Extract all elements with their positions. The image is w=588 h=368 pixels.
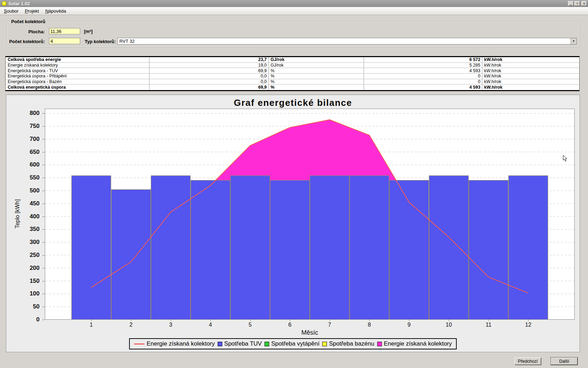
table-cell: kW.h/rok (482, 84, 579, 90)
minimize-button[interactable]: _ (568, 1, 574, 6)
x-tick-mark (171, 320, 171, 321)
y-tick-label: 800 (6, 110, 40, 117)
table-cell: 0,0 (149, 74, 269, 79)
x-axis-title: Měsíc (45, 329, 575, 336)
collector-type-dropdown[interactable]: RVT 32 ▼ (117, 38, 577, 45)
x-tick-label: 8 (362, 322, 377, 328)
y-tick-mark (42, 165, 44, 165)
menu-soubor[interactable]: Soubor (1, 7, 22, 15)
x-tick-label: 9 (401, 322, 417, 328)
area-unit-label: [m²] (84, 29, 93, 34)
table-cell: GJ/rok (269, 57, 364, 62)
table-cell: 23,7 (149, 57, 269, 62)
y-tick-label: 0 (6, 316, 40, 323)
app-sun-icon (2, 1, 7, 6)
table-cell: Energie získaná kolektory (6, 63, 149, 68)
y-tick-label: 650 (6, 149, 40, 156)
table-cell: GJ/rok (269, 63, 364, 68)
window-controls: _❐✕ (568, 1, 587, 6)
x-tick-mark (131, 320, 131, 321)
menu-napoveda[interactable]: Nápověda (42, 7, 69, 15)
y-tick-mark (42, 268, 44, 268)
table-cell: Celková energetická úspora (6, 84, 149, 90)
y-tick-mark (42, 178, 44, 178)
menu-projekt[interactable]: Projekt (22, 7, 42, 15)
table-row: Celková spotřeba energie23,7GJ/rok6 572k… (6, 57, 579, 63)
y-tick-mark (42, 204, 44, 204)
y-tick-mark (42, 126, 44, 127)
collector-type-value: RVT 32 (118, 39, 570, 44)
x-tick-label: 7 (322, 322, 337, 328)
table-cell: kW.h/rok (482, 63, 579, 68)
legend-color-swatch (377, 342, 382, 346)
y-tick-label: 50 (6, 303, 40, 310)
y-tick-label: 250 (6, 252, 40, 259)
table-row: Energetická úspora - TUV69,9%4 593kW.h/r… (6, 68, 579, 74)
table-cell: % (269, 79, 364, 84)
x-tick-label: 4 (203, 322, 218, 328)
y-tick-mark (42, 113, 44, 114)
collector-count-label: Počet kolektorů: (7, 39, 45, 44)
y-tick-label: 150 (6, 278, 40, 285)
app-window: Solar 1.02 _❐✕ SouborProjektNápověda Poč… (0, 0, 588, 368)
legend-item: Spotřeba vytápění (265, 340, 320, 347)
table-cell: kW.h/rok (482, 57, 579, 62)
x-tick-mark (489, 320, 489, 321)
title-bar: Solar 1.02 _❐✕ (0, 0, 588, 7)
x-tick-mark (528, 320, 528, 321)
table-row: Energetická úspora - Přitápění0,0%0kW.h/… (6, 74, 579, 79)
x-tick-mark (330, 320, 330, 321)
x-tick-label: 2 (123, 322, 139, 328)
x-tick-label: 10 (441, 322, 456, 328)
x-tick-label: 11 (481, 322, 496, 328)
area-input[interactable] (49, 28, 80, 34)
table-row: Energie získaná kolektory19,0GJ/rok5 285… (6, 63, 579, 68)
y-tick-mark (42, 320, 44, 320)
x-tick-label: 5 (243, 322, 258, 328)
y-tick-label: 450 (6, 200, 40, 207)
y-tick-mark (42, 152, 44, 152)
y-tick-mark (42, 229, 44, 230)
table-cell: Energetická úspora - Bazén (6, 79, 149, 84)
x-tick-label: 3 (163, 322, 178, 328)
x-tick-mark (449, 320, 449, 321)
legend-label: Spotřeba bazénu (329, 340, 374, 347)
close-button[interactable]: ✕ (581, 1, 587, 6)
y-tick-mark (42, 294, 44, 294)
table-cell: 5 285 (364, 63, 483, 68)
groupbox-title: Počet kolektorů (10, 19, 47, 24)
table-cell: 0 (364, 79, 483, 84)
x-tick-label: 1 (84, 322, 99, 328)
y-tick-mark (42, 255, 44, 255)
table-cell: kW.h/rok (482, 79, 579, 84)
x-tick-mark (290, 320, 290, 321)
y-tick-label: 550 (6, 174, 40, 181)
restore-button[interactable]: ❐ (574, 1, 580, 6)
table-cell: Energetická úspora - TUV (6, 68, 149, 73)
table-cell: 6 572 (364, 57, 483, 62)
table-cell: 0 (364, 74, 483, 79)
y-tick-label: 100 (6, 290, 40, 297)
table-cell: 69,9 (149, 68, 269, 73)
legend-item: Energie získaná kolektory (134, 340, 215, 347)
legend-item: Energie získaná kolektory (377, 340, 452, 347)
next-button[interactable]: Další (551, 357, 578, 365)
chevron-down-icon[interactable]: ▼ (570, 38, 576, 44)
table-cell: 0,0 (149, 79, 269, 84)
table-cell: % (269, 74, 364, 79)
y-tick-mark (42, 191, 44, 191)
legend-color-swatch (322, 342, 327, 346)
table-cell: % (269, 84, 364, 90)
y-tick-mark (42, 307, 44, 307)
y-tick-mark (42, 242, 44, 243)
y-tick-mark (42, 281, 44, 281)
table-cell: Celková spotřeba energie (6, 57, 149, 62)
table-cell: 19,0 (149, 63, 269, 68)
previous-button[interactable]: Předchozí (514, 357, 541, 365)
chart-panel: Graf energetické bilance Teplo [kWh] 050… (6, 95, 580, 352)
x-tick-label: 12 (520, 322, 536, 328)
chart-legend: Energie získaná kolektorySpotřeba TUVSpo… (129, 338, 457, 349)
table-cell: kW.h/rok (482, 68, 579, 73)
collector-count-input[interactable] (49, 38, 80, 44)
x-tick-mark (250, 320, 251, 321)
